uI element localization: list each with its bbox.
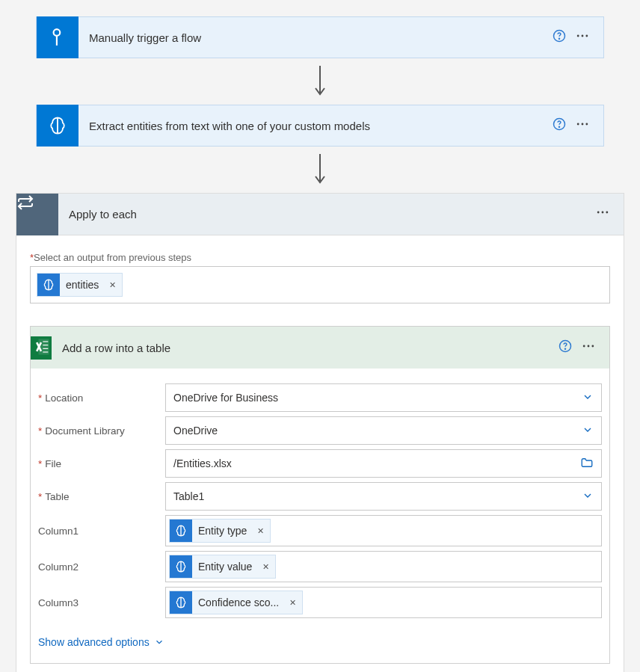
more-icon[interactable] <box>575 28 590 47</box>
brain-icon <box>37 274 60 296</box>
column2-token[interactable]: Entity value ✕ <box>169 555 276 579</box>
add-row-card: Add a row into a table *Location <box>30 326 610 664</box>
chevron-down-icon <box>582 490 594 504</box>
brain-icon <box>170 520 192 542</box>
arrow-down-icon <box>312 64 328 97</box>
doclib-dropdown[interactable]: OneDrive <box>165 416 602 445</box>
touch-icon <box>37 16 79 58</box>
close-icon[interactable]: ✕ <box>289 598 296 608</box>
svg-point-28 <box>591 345 594 347</box>
brain-icon <box>37 105 79 147</box>
extract-step-title: Extract entities from text with one of y… <box>79 120 553 132</box>
svg-point-10 <box>577 123 579 125</box>
column1-input[interactable]: Entity type ✕ <box>165 515 602 546</box>
file-input[interactable]: /Entities.xlsx <box>165 449 602 478</box>
chevron-down-icon <box>154 637 164 647</box>
file-label: *File <box>38 458 165 469</box>
trigger-step-title: Manually trigger a flow <box>79 31 553 44</box>
column3-label: Column3 <box>38 597 165 608</box>
svg-point-11 <box>582 123 584 125</box>
svg-point-9 <box>559 126 559 127</box>
column3-token[interactable]: Confidence sco... ✕ <box>169 591 303 614</box>
output-field-label: *Select an output from previous steps <box>30 252 610 263</box>
svg-point-16 <box>606 212 608 214</box>
location-label: *Location <box>38 392 165 404</box>
svg-point-25 <box>564 348 565 349</box>
svg-point-14 <box>597 212 600 214</box>
help-icon[interactable] <box>553 117 566 135</box>
column3-input[interactable]: Confidence sco... ✕ <box>165 587 602 618</box>
extract-step-card[interactable]: Extract entities from text with one of y… <box>36 105 604 147</box>
apply-to-each-container: Apply to each *Select an output from pre… <box>16 193 624 672</box>
more-icon[interactable] <box>581 339 596 357</box>
output-token[interactable]: entities ✕ <box>37 273 123 297</box>
brain-icon <box>170 555 192 578</box>
column1-label: Column1 <box>38 525 165 537</box>
svg-point-3 <box>577 34 579 37</box>
close-icon[interactable]: ✕ <box>109 280 116 290</box>
help-icon[interactable] <box>559 339 572 357</box>
column1-token[interactable]: Entity type ✕ <box>169 519 271 543</box>
more-icon[interactable] <box>575 117 590 135</box>
output-token-label: entities <box>66 279 100 291</box>
doclib-label: *Document Library <box>38 425 165 437</box>
arrow-down-icon <box>312 152 328 185</box>
svg-point-5 <box>585 34 588 37</box>
trigger-step-card[interactable]: Manually trigger a flow <box>36 16 604 58</box>
folder-icon[interactable] <box>580 456 594 472</box>
svg-point-12 <box>585 123 588 125</box>
column2-input[interactable]: Entity value ✕ <box>165 551 602 582</box>
svg-point-4 <box>582 34 584 37</box>
help-icon[interactable] <box>553 29 566 46</box>
show-advanced-link[interactable]: Show advanced options <box>38 636 164 648</box>
loop-icon <box>16 194 58 235</box>
output-field-input[interactable]: entities ✕ <box>30 266 610 303</box>
svg-point-2 <box>559 38 559 39</box>
more-icon[interactable] <box>595 205 610 224</box>
apply-to-each-title: Apply to each <box>58 208 595 221</box>
apply-to-each-header[interactable]: Apply to each <box>16 194 624 235</box>
add-row-header[interactable]: Add a row into a table <box>31 327 609 369</box>
column2-label: Column2 <box>38 561 165 573</box>
chevron-down-icon <box>582 424 594 438</box>
svg-point-0 <box>54 29 61 36</box>
add-row-title: Add a row into a table <box>52 342 559 354</box>
close-icon[interactable]: ✕ <box>262 562 269 572</box>
brain-icon <box>170 591 192 614</box>
location-dropdown[interactable]: OneDrive for Business <box>165 383 602 412</box>
close-icon[interactable]: ✕ <box>257 526 264 536</box>
chevron-down-icon <box>582 391 594 405</box>
svg-point-27 <box>588 345 590 347</box>
excel-icon <box>31 336 52 360</box>
table-label: *Table <box>38 491 165 502</box>
table-dropdown[interactable]: Table1 <box>165 482 602 511</box>
svg-point-15 <box>602 212 604 214</box>
svg-point-26 <box>583 345 585 347</box>
